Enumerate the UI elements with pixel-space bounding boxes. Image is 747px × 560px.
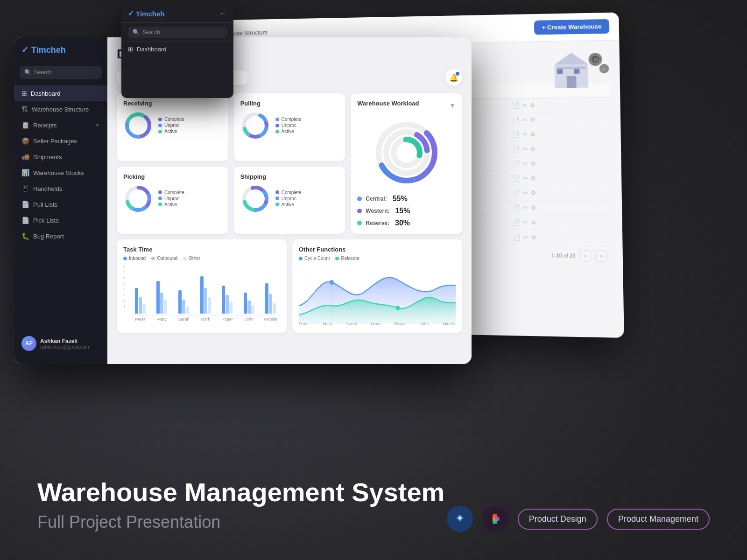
filter-icon[interactable]: ▼ — [449, 102, 456, 109]
view-icon[interactable]: 📄 — [513, 189, 521, 196]
receiving-chart: Receiving Complete Unproc Active — [117, 93, 228, 161]
action-icons-cell[interactable]: 📄 ✂ ⚙ — [507, 142, 611, 157]
outbound-bar — [204, 288, 207, 314]
bottom-charts: Task Time Inbound Outbound Other 1 2 3 4… — [117, 239, 462, 333]
settings-icon[interactable]: ⚙ — [531, 204, 536, 211]
settings-icon[interactable]: ⚙ — [530, 117, 536, 123]
settings-icon[interactable]: ⚙ — [531, 234, 537, 241]
view-icon[interactable]: 📄 — [513, 117, 520, 123]
sidebar-item-seller-packages[interactable]: 📦 Seller Packages — [14, 133, 107, 149]
warehouse-stocks-icon: 📊 — [21, 169, 29, 176]
sidebar-footer: AF Ashkan Fazeli ashkanbee@gmail.com — [14, 330, 107, 357]
other-bar — [251, 305, 254, 314]
action-icons-cell[interactable]: 📄 ✂ ⚙ — [507, 127, 611, 142]
edit-icon[interactable]: ✂ — [523, 234, 528, 240]
product-design-badge[interactable]: Product Design — [518, 509, 598, 530]
bar-label: Roger — [218, 317, 237, 322]
other-bar — [208, 297, 211, 314]
next-page-button[interactable]: › — [595, 250, 607, 261]
notification-dot — [456, 72, 459, 76]
picking-chart: Picking Complete Unproc Active — [117, 167, 228, 234]
edit-icon[interactable]: ✂ — [523, 146, 528, 152]
edit-icon[interactable]: ✂ — [523, 161, 528, 167]
inbound-bar — [135, 288, 138, 314]
outbound-bar — [160, 293, 163, 314]
edit-icon[interactable]: ✂ — [523, 131, 528, 138]
handhelds-icon: 📱 — [21, 185, 29, 192]
view-icon[interactable]: 📄 — [513, 131, 520, 138]
charts-grid: Receiving Complete Unproc Active — [117, 93, 462, 234]
view-icon[interactable]: 📄 — [513, 146, 520, 152]
view-icon[interactable]: 📄 — [513, 219, 521, 226]
edit-icon[interactable]: ✂ — [523, 190, 528, 196]
other-bar — [164, 300, 167, 314]
user-avatar: AF — [21, 336, 36, 351]
settings-icon[interactable]: ⚙ — [531, 219, 536, 226]
sidebar-logo: Timcheh — [14, 45, 107, 61]
edit-icon[interactable]: ✂ — [523, 204, 528, 211]
receipts-chevron-icon: ▼ — [95, 123, 100, 128]
product-management-badge[interactable]: Product Management — [607, 509, 710, 530]
view-icon[interactable]: 📄 — [513, 161, 520, 167]
outbound-bar — [247, 301, 251, 314]
settings-icon[interactable]: ⚙ — [530, 146, 536, 152]
bar-label: Mary — [153, 317, 172, 322]
sidebar-item-pick-lists[interactable]: 📄 Pick Lists — [14, 212, 107, 228]
action-icons-cell[interactable]: 📄 ✂ ⚙ — [507, 186, 612, 201]
action-icons-cell[interactable]: 📄 ✂ ⚙ — [507, 156, 612, 171]
settings-icon[interactable]: ⚙ — [530, 102, 536, 109]
workload-chart: Warehouse Workload ▼ — [351, 93, 462, 234]
other-bar — [142, 304, 146, 314]
bar-label: Micelle — [261, 317, 280, 322]
sidebar-navigation: ⊞ Dashboard 🏗 Warehouse Structure 📋 Rece… — [14, 84, 107, 330]
pulling-chart: Pulling Complete Unproc Active — [234, 93, 345, 161]
dashboard-window: Timcheh 🔍 Search ⊞ Dashboard 🏗 Warehouse… — [14, 37, 472, 364]
settings-icon[interactable]: ⚙ — [531, 190, 536, 196]
edit-icon[interactable]: ✂ — [523, 219, 528, 226]
notification-button[interactable]: 🔔 — [445, 69, 462, 86]
sidebar-item-dashboard[interactable]: ⊞ Dashboard — [14, 85, 107, 101]
settings-icon[interactable]: ⚙ — [531, 175, 536, 182]
sidebar-item-bug-report[interactable]: 🐛 Bug Report — [14, 228, 107, 244]
sidebar-search-input[interactable]: 🔍 Search — [20, 66, 102, 79]
mini-dashboard-item[interactable]: ⊞ Dashboard — [121, 42, 233, 56]
action-icons-cell[interactable]: 📄 ✂ ⚙ — [507, 98, 611, 113]
action-icons-cell[interactable]: 📄 ✂ ⚙ — [507, 230, 613, 246]
sidebar-item-shipments[interactable]: 🚚 Shipments — [14, 149, 107, 165]
edit-icon[interactable]: ✂ — [522, 102, 527, 109]
view-icon[interactable]: 📄 — [513, 102, 520, 109]
view-icon[interactable]: 📄 — [513, 204, 521, 211]
dashboard-icon: ⊞ — [21, 90, 27, 97]
settings-icon[interactable]: ⚙ — [530, 131, 536, 138]
sidebar-item-warehouse-stocks[interactable]: 📊 Warehouse Stocks — [14, 165, 107, 181]
sidebar-item-receipts[interactable]: 📋 Receipts ▼ — [14, 117, 107, 133]
main-title: Warehouse Management System — [37, 478, 710, 507]
inbound-bar — [222, 286, 225, 314]
bar-group — [153, 281, 172, 314]
prev-page-button[interactable]: ‹ — [579, 250, 592, 261]
outbound-bar — [182, 300, 185, 314]
sidebar-item-pull-lists[interactable]: 📄 Pull Lists — [14, 196, 107, 212]
action-icons-cell[interactable]: 📄 ✂ ⚙ — [507, 112, 611, 128]
bar-label: John — [240, 317, 259, 322]
action-icons-cell[interactable]: 📄 ✂ ⚙ — [507, 215, 613, 231]
view-icon[interactable]: 📄 — [513, 175, 520, 182]
sidebar-item-warehouse-structure[interactable]: 🏗 Warehouse Structure — [14, 101, 107, 117]
view-icon[interactable]: 📄 — [514, 234, 521, 240]
outbound-bar — [269, 294, 272, 314]
mini-back-button[interactable]: ← — [219, 9, 227, 18]
settings-icon[interactable]: ⚙ — [531, 161, 536, 167]
edit-icon[interactable]: ✂ — [523, 175, 528, 182]
sidebar-item-handhelds[interactable]: 📱 Handhelds — [14, 181, 107, 196]
mini-search-input[interactable]: 🔍 Search — [128, 27, 227, 38]
user-name: Ashkan Fazeli — [40, 338, 100, 344]
mini-dashboard-icon: ⊞ — [128, 46, 133, 53]
bar-group — [240, 293, 259, 314]
create-warehouse-button[interactable]: + Create Warehouse — [534, 19, 609, 35]
edit-icon[interactable]: ✂ — [523, 117, 528, 123]
user-email: ashkanbee@gmail.com — [40, 344, 100, 350]
action-icons-cell[interactable]: 📄 ✂ ⚙ — [507, 201, 612, 216]
receipts-icon: 📋 — [21, 121, 29, 129]
other-bar — [229, 302, 233, 314]
action-icons-cell[interactable]: 📄 ✂ ⚙ — [507, 171, 612, 186]
